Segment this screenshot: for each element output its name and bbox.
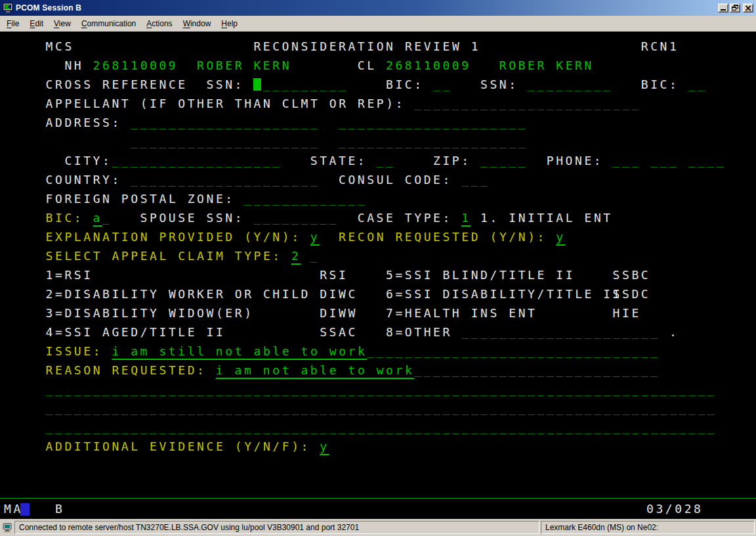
label-appellant: APPELLANT (IF OTHER THAN CLMT OR REP):	[46, 94, 405, 113]
field-foreign-postal-zone[interactable]: _____________	[244, 189, 367, 208]
field-reason-value[interactable]: i am not able to work	[216, 361, 415, 380]
value-cl-ssn: 268110009	[386, 56, 471, 75]
label-state: STATE:	[310, 151, 367, 170]
option-8-other: 8=OTHER	[386, 323, 452, 342]
field-reason-line4[interactable]: ________________________________________…	[46, 418, 717, 437]
field-phone-area[interactable]: ___	[613, 151, 641, 170]
field-appellant[interactable]: ________________________	[414, 94, 641, 113]
field-city[interactable]: __________________	[112, 151, 282, 170]
label-city: CITY:	[64, 151, 112, 170]
label-xref-bic-2: BIC:	[641, 75, 679, 94]
menu-item-help[interactable]: Help	[216, 16, 243, 31]
connection-status-text: Connected to remote server/host TN3270E.…	[19, 523, 359, 532]
field-additional-evidence[interactable]: y	[320, 437, 329, 456]
field-consul-code[interactable]: ___	[461, 170, 490, 189]
field-case-type-value[interactable]: 1	[461, 208, 471, 227]
code-ssbc: SSBC	[613, 265, 651, 284]
menu-bar: FileEditViewCommunicationActionsWindowHe…	[0, 16, 756, 32]
field-state[interactable]: __	[377, 151, 396, 170]
printer-status-text: Lexmark E460dn (MS) on Ne02:	[545, 523, 658, 532]
terminal-cursor[interactable]	[253, 78, 261, 91]
value-cl-name: ROBER KERN	[499, 56, 594, 75]
field-issue-rest[interactable]: _______________________________	[367, 342, 660, 361]
field-xref-bic-1[interactable]: __	[433, 75, 452, 94]
field-phone-prefix[interactable]: ___	[650, 151, 679, 170]
text-case-type-desc: 1. INITIAL ENT	[480, 208, 613, 227]
option-6-ssi-disability: 6=SSI DISABILITY/TITLE II	[386, 284, 622, 303]
option-3-disability-widow: 3=DISABILITY WIDOW(ER)	[46, 303, 254, 323]
field-appeal-claim-type-2[interactable]: _	[310, 246, 320, 265]
oia-system-lock-icon	[20, 503, 30, 516]
field-address-line1b[interactable]: ____________________	[339, 113, 528, 132]
field-address-line1a[interactable]: ____________________	[131, 113, 320, 132]
oia-cursor-position: 03/028	[646, 500, 703, 518]
field-zip[interactable]: _____	[480, 151, 528, 170]
option-2-disability-worker: 2=DISABILITY WORKER OR CHILD	[46, 284, 310, 303]
code-rsi: RSI	[320, 265, 348, 284]
option-7-health-ins: 7=HEALTH INS ENT	[386, 303, 537, 323]
menu-item-file[interactable]: File	[1, 16, 24, 31]
code-diww: DIWW	[320, 303, 358, 323]
field-reason-line2[interactable]: ________________________________________…	[46, 380, 717, 399]
field-other[interactable]: _____________________	[461, 323, 660, 342]
label-cl: CL	[358, 56, 377, 75]
minimize-button[interactable]	[718, 3, 728, 12]
label-address: ADDRESS:	[46, 113, 121, 132]
field-bic[interactable]: _	[102, 208, 112, 227]
code-hie: HIE	[613, 303, 641, 323]
field-explanation-provided[interactable]: y	[310, 227, 320, 246]
field-xref-ssn-2[interactable]: _________	[528, 75, 613, 94]
label-xref-bic-1: BIC:	[386, 75, 424, 94]
field-issue-value[interactable]: i am still not able to work	[112, 342, 367, 361]
label-zip: ZIP:	[433, 151, 471, 170]
restore-button[interactable]	[730, 3, 740, 12]
terminal-monitor-icon	[3, 3, 13, 13]
value-nh-ssn: 268110009	[93, 56, 178, 75]
pcomm-window: PCOM Session B × FileEditViewCommunicati…	[0, 0, 756, 536]
restore-icon	[732, 5, 739, 11]
pcomm-app-icon[interactable]	[3, 3, 13, 13]
menu-item-actions[interactable]: Actions	[141, 16, 177, 31]
menu-item-communication[interactable]: Communication	[76, 16, 141, 31]
code-ssdc: SSDC	[613, 284, 651, 303]
oia-session-letter: B	[55, 500, 64, 518]
close-icon: ×	[744, 4, 752, 12]
field-phone-number[interactable]: ____	[688, 151, 726, 170]
label-xref-ssn-1: SSN:	[206, 75, 244, 94]
connection-status-panel: Connected to remote server/host TN3270E.…	[14, 521, 539, 534]
label-consul-code: CONSUL CODE:	[339, 170, 452, 189]
field-bic-value[interactable]: a	[93, 208, 102, 227]
title-bar[interactable]: PCOM Session B ×	[0, 0, 756, 16]
field-xref-ssn-1[interactable]: _________	[263, 75, 348, 94]
oia-status-row: MA B 03/028	[0, 499, 756, 519]
status-bar: Connected to remote server/host TN3270E.…	[0, 519, 756, 536]
label-explanation-provided: EXPLANATION PROVIDED (Y/N):	[46, 227, 301, 246]
label-additional-evidence: ADDITIONAL EVIDENCE (Y/N/F):	[46, 437, 310, 456]
field-address-line2b[interactable]: ____________________	[339, 132, 528, 151]
field-recon-requested[interactable]: y	[556, 227, 565, 246]
field-address-line2a[interactable]: ____________________	[131, 132, 320, 151]
field-country[interactable]: ____________________	[131, 170, 320, 189]
field-spouse-ssn[interactable]: _________	[253, 208, 339, 227]
menu-item-window[interactable]: Window	[178, 16, 217, 31]
field-xref-bic-2[interactable]: __	[688, 75, 707, 94]
text-period: .	[669, 323, 679, 342]
screen-id: MCS	[46, 37, 74, 56]
label-reason-requested: REASON REQUESTED:	[46, 361, 207, 380]
terminal-screen[interactable]: MA B 03/028 MCSRECONSIDERATION REVIEW 1R…	[0, 32, 756, 519]
printer-status-panel: Lexmark E460dn (MS) on Ne02:	[541, 521, 755, 534]
mini-monitor-icon	[2, 522, 12, 533]
menu-item-view[interactable]: View	[49, 16, 76, 31]
field-appeal-claim-type[interactable]: 2	[291, 246, 301, 265]
menu-item-edit[interactable]: Edit	[24, 16, 49, 31]
screen-title: RECONSIDERATION REVIEW 1	[253, 37, 480, 56]
screen-code: RCN1	[641, 37, 679, 56]
value-nh-name: ROBER KERN	[197, 56, 291, 75]
option-1-rsi: 1=RSI	[46, 265, 93, 284]
close-button[interactable]: ×	[743, 3, 753, 12]
label-select-appeal-claim-type: SELECT APPEAL CLAIM TYPE:	[46, 246, 282, 265]
field-reason-rest[interactable]: __________________________	[414, 361, 660, 380]
field-reason-line3[interactable]: ________________________________________…	[46, 399, 717, 418]
label-foreign-postal-zone: FOREIGN POSTAL ZONE:	[46, 189, 235, 208]
window-title: PCOM Session B	[16, 3, 715, 12]
